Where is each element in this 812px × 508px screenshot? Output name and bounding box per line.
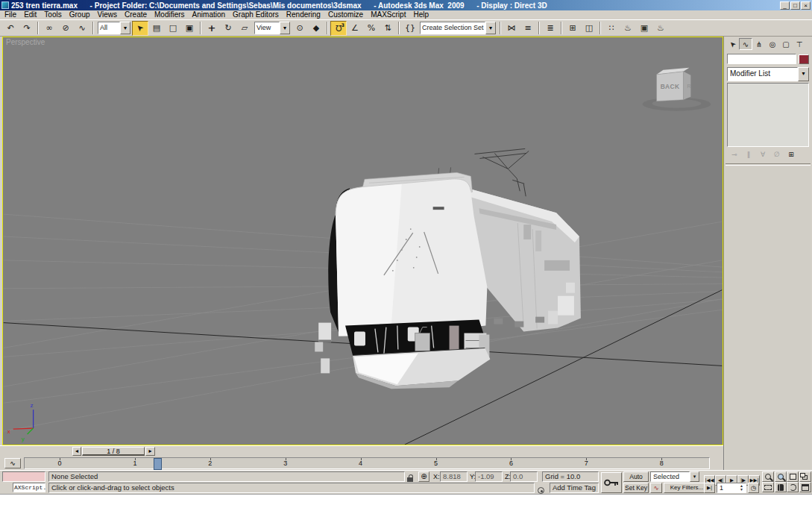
menu-views[interactable]: Views xyxy=(94,10,122,19)
modifier-list-dropdown[interactable]: Modifier List ▾ xyxy=(727,67,809,81)
coord-x-field[interactable]: 8.818 xyxy=(440,471,468,482)
unlink-selection-button[interactable]: ⊘ xyxy=(57,21,74,36)
track-bar-ruler[interactable]: 012345678 xyxy=(24,457,710,469)
select-by-name-button[interactable]: ▤ xyxy=(148,21,165,36)
viewport-label[interactable]: Perspective xyxy=(6,38,45,46)
select-and-move-button[interactable]: + xyxy=(204,21,220,36)
menu-rendering[interactable]: Rendering xyxy=(283,10,324,19)
rectangular-selection-region-button[interactable]: □ xyxy=(165,21,181,36)
tab-motion[interactable]: ◎ xyxy=(766,38,779,50)
time-slider-handle[interactable]: 1 / 8 xyxy=(82,447,145,456)
curve-editor-button[interactable]: ⊞ xyxy=(564,21,581,36)
window-crossing-button[interactable]: ▣ xyxy=(181,21,198,36)
rendered-frame-window-button[interactable]: ▣ xyxy=(636,21,652,36)
snaps-toggle-3d-button[interactable]: Ω3 xyxy=(330,21,347,36)
select-and-link-button[interactable]: ∞ xyxy=(41,21,57,36)
select-and-manipulate-button[interactable]: ◆ xyxy=(308,21,324,36)
zoom-extents-button[interactable] xyxy=(787,471,799,482)
menu-animation[interactable]: Animation xyxy=(189,10,229,19)
menu-graph-editors[interactable]: Graph Editors xyxy=(229,10,283,19)
object-color-swatch[interactable] xyxy=(799,54,809,64)
time-slider-next-button[interactable]: ▸ xyxy=(145,447,155,456)
menu-maxscript[interactable]: MAXScript xyxy=(367,10,409,19)
communicator-icon[interactable] xyxy=(538,483,544,497)
menu-help[interactable]: Help xyxy=(409,10,432,19)
use-pivot-point-center-button[interactable]: ⊙ xyxy=(292,21,308,36)
key-mode-toggle-button[interactable]: ▶| xyxy=(704,483,715,493)
selection-lock-toggle[interactable] xyxy=(407,471,417,482)
render-setup-button[interactable]: ♨ xyxy=(620,21,636,36)
set-key-mode-button[interactable] xyxy=(601,472,622,493)
perspective-viewport[interactable]: Perspective xyxy=(2,37,723,445)
show-end-result-button[interactable]: ‖ xyxy=(743,149,755,160)
tab-modify[interactable]: ∿ xyxy=(739,38,752,50)
menu-group[interactable]: Group xyxy=(66,10,94,19)
pin-stack-button[interactable]: ⊸ xyxy=(728,149,740,160)
menu-modifiers[interactable]: Modifiers xyxy=(151,10,189,19)
time-configuration-button[interactable]: ◷ xyxy=(748,483,759,493)
zoom-extents-all-button[interactable] xyxy=(799,471,811,482)
coord-y-field[interactable]: -1.09 xyxy=(475,471,503,482)
named-selection-sets-dropdown[interactable]: Create Selection Set▾ xyxy=(420,22,496,34)
select-and-uniform-scale-button[interactable]: ▱ xyxy=(236,21,253,36)
quick-render-button[interactable]: ♨ xyxy=(652,21,669,36)
mini-curve-editor-button[interactable]: ∿ xyxy=(4,458,21,468)
add-time-tag[interactable]: Add Time Tag xyxy=(550,483,599,493)
object-name-field[interactable] xyxy=(727,54,796,64)
viewcube-back-face-label[interactable]: BACK xyxy=(661,83,680,90)
menu-file[interactable]: File xyxy=(1,10,20,19)
angle-snap-toggle-button[interactable]: ∠ xyxy=(347,21,363,36)
current-frame-field[interactable]: 1 ▲▼ xyxy=(717,483,746,493)
viewcube[interactable]: BACK R xyxy=(643,68,711,111)
close-button[interactable]: × xyxy=(801,1,811,10)
select-and-rotate-button[interactable]: ↻ xyxy=(220,21,236,36)
frame-spinner[interactable]: ▲▼ xyxy=(738,484,745,492)
restore-button[interactable]: □ xyxy=(790,1,800,10)
mirror-button[interactable]: ⋈ xyxy=(503,21,520,36)
coord-z-field[interactable]: 0.0 xyxy=(510,471,538,482)
absolute-offset-mode-toggle[interactable]: ⊕ xyxy=(418,471,429,482)
selection-filter-arrow-icon[interactable]: ▾ xyxy=(120,22,130,34)
reference-coordinate-system-dropdown[interactable]: View▾ xyxy=(254,22,290,34)
time-slider-prev-button[interactable]: ◂ xyxy=(72,447,81,456)
named-selection-sets-arrow-icon[interactable]: ▾ xyxy=(485,22,496,34)
maximize-viewport-toggle-button[interactable] xyxy=(799,482,811,492)
zoom-button[interactable] xyxy=(762,471,774,482)
tab-hierarchy[interactable]: ⋔ xyxy=(752,38,766,50)
set-key-button[interactable]: Set Key xyxy=(623,483,649,493)
redo-button[interactable]: ↷ xyxy=(19,21,35,36)
key-mode-dropdown[interactable]: Selected ▾ xyxy=(650,471,699,482)
zoom-all-button[interactable] xyxy=(775,471,787,482)
maxscript-macro-recorder[interactable] xyxy=(2,471,45,482)
layer-manager-button[interactable]: ≣ xyxy=(542,21,558,36)
select-object-button[interactable]: ➤ xyxy=(132,21,148,36)
key-filters-button[interactable]: Key Filters... xyxy=(664,483,710,493)
reference-coordinate-system-arrow-icon[interactable]: ▾ xyxy=(280,22,290,34)
auto-key-button[interactable]: Auto Key xyxy=(623,471,649,482)
menu-create[interactable]: Create xyxy=(121,10,151,19)
bind-to-space-warp-button[interactable]: ∿ xyxy=(74,21,90,36)
tab-create[interactable]: ➤ xyxy=(726,38,739,50)
arc-rotate-button[interactable] xyxy=(787,482,799,492)
remove-modifier-button[interactable]: ∅ xyxy=(771,149,783,160)
minimize-button[interactable]: _ xyxy=(780,1,790,10)
pan-button[interactable] xyxy=(775,482,787,492)
tab-display[interactable]: ▢ xyxy=(779,38,793,50)
menu-tools[interactable]: Tools xyxy=(40,10,65,19)
percent-snap-toggle-button[interactable]: % xyxy=(363,21,380,36)
schematic-view-button[interactable]: ◫ xyxy=(581,21,597,36)
modifier-list-value[interactable]: Modifier List xyxy=(727,67,798,81)
spinner-snap-toggle-button[interactable]: ⇅ xyxy=(380,21,396,36)
make-unique-button[interactable]: ∀ xyxy=(757,149,769,160)
align-button[interactable]: ≡ xyxy=(520,21,536,36)
zoom-region-button[interactable] xyxy=(762,482,774,492)
selection-filter-dropdown[interactable]: All▾ xyxy=(98,22,130,34)
configure-modifier-sets-button[interactable]: ⊞ xyxy=(785,149,797,160)
maxscript-mini-listener[interactable]: AXScript. xyxy=(13,483,45,492)
undo-button[interactable]: ↶ xyxy=(2,21,19,36)
viewcube-right-face-label[interactable]: R xyxy=(687,84,690,89)
track-bar-frame-marker[interactable] xyxy=(154,458,162,470)
modifier-list-arrow-icon[interactable]: ▾ xyxy=(798,67,809,81)
train-model[interactable] xyxy=(315,148,581,389)
material-editor-button[interactable]: ∷ xyxy=(603,21,620,36)
